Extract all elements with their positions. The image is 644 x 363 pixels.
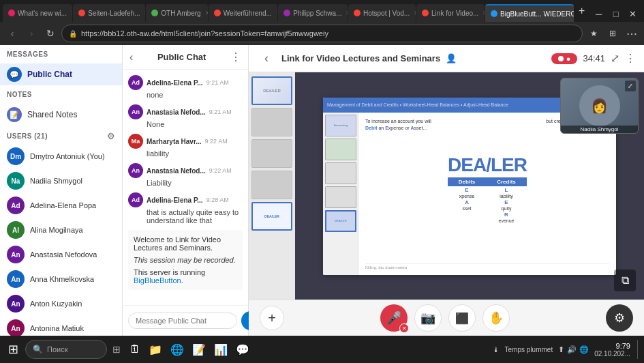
camera-button[interactable]: 📷	[414, 304, 442, 332]
user-name: Antonina Matiuk	[30, 324, 84, 332]
start-button[interactable]: ⊞	[3, 339, 24, 360]
tab-weiterfuhrend[interactable]: Weiterführend... ✕	[209, 4, 277, 22]
user-item-nadiia[interactable]: Na Nadiia Shmygol	[0, 169, 122, 193]
slide-thumb[interactable]: DEA/LER	[251, 76, 292, 105]
minimize-button[interactable]: ─	[590, 5, 607, 22]
reload-button[interactable]: ↻	[42, 25, 59, 42]
show-desktop-button[interactable]	[637, 340, 641, 359]
tab-link-video[interactable]: Link for Video... ✕	[416, 4, 485, 22]
taskbar-excel-icon[interactable]: 📊	[211, 340, 231, 359]
recording-badge: ●	[551, 53, 578, 64]
search-bar[interactable]: 🔍 Поиск	[25, 340, 107, 359]
recording-time: 34:41	[583, 53, 605, 63]
hand-button[interactable]: ✋	[482, 304, 510, 332]
users-title: USERS (21)	[7, 132, 48, 140]
taskbar-chat-icon[interactable]: 💬	[232, 340, 253, 359]
msg-author: Adelina-Elena P...	[147, 79, 203, 87]
close-tab-icon[interactable]: ✕	[276, 10, 278, 16]
browser-menu-button[interactable]: ⋯	[624, 25, 640, 42]
user-name: Anton Kuzyakin	[30, 300, 82, 308]
add-tab-button[interactable]: +	[574, 5, 589, 17]
msg-author: Marharyta Havr...	[147, 138, 202, 145]
tab-whats-new[interactable]: What's new wi... ✕	[3, 4, 72, 22]
sidebar-item-shared-notes[interactable]: 📝 Shared Notes	[0, 104, 122, 126]
close-tab-icon[interactable]: ✕	[482, 10, 485, 16]
close-button[interactable]: ✕	[625, 5, 641, 22]
bbb-link[interactable]: BigBlueButton	[134, 276, 181, 285]
forward-button[interactable]: ›	[23, 25, 40, 42]
msg-time: 9:22 AM	[209, 167, 232, 174]
taskbar-explorer-icon[interactable]: 📁	[145, 340, 166, 359]
screen-share-icon[interactable]: ⧉	[614, 270, 636, 291]
slide-thumb-active[interactable]: DEA/LER	[251, 202, 292, 231]
chat-more-button[interactable]: ⋮	[230, 50, 241, 63]
tab-oth[interactable]: OTH Amberg ✕	[146, 4, 208, 22]
avatar: An	[128, 104, 143, 119]
back-button[interactable]: ‹	[4, 25, 20, 42]
presentation-title: Link for Video Lectures and Seminars	[281, 53, 440, 63]
user-item-anton[interactable]: An Anton Kuzyakin	[0, 291, 122, 316]
extensions-button[interactable]: ⊞	[604, 25, 621, 42]
slide-thumb[interactable]	[251, 108, 292, 136]
users-gear-button[interactable]: ⚙	[107, 131, 115, 141]
chat-back-button[interactable]: ‹	[129, 51, 133, 63]
tab-bbb-active[interactable]: BigBlueButt... WIEDERGAB... ✕	[485, 4, 574, 22]
msg-text: liability	[128, 149, 243, 158]
tab-seiten[interactable]: Seiten-Ladefeh... ✕	[73, 4, 145, 22]
recording-dot	[558, 56, 564, 61]
user-item-dmytro[interactable]: Dm Dmytro Antoniuk (You)	[0, 144, 122, 169]
chat-input[interactable]	[128, 313, 237, 329]
taskbar-word-icon[interactable]: 📝	[189, 340, 209, 359]
slide-thumb[interactable]	[251, 171, 292, 199]
taskbar-date: 02.10.202...	[594, 350, 630, 358]
msg-author: Anastasia Nefod...	[147, 167, 206, 175]
users-count-icon: 👤	[446, 53, 457, 63]
msg-author: Adelina-Elena P...	[147, 197, 203, 204]
slide-thumb[interactable]	[251, 139, 292, 168]
more-options-button[interactable]: ⋮	[625, 52, 636, 65]
welcome-line-2: This session may be recorded.	[134, 256, 237, 264]
video-area: ‹ Link for Video Lectures and Seminars 👤…	[249, 45, 644, 336]
add-button[interactable]: +	[260, 306, 284, 330]
user-item-anna[interactable]: An Anna Khmelkovska	[0, 267, 122, 291]
user-item-alina[interactable]: Al Alina Mogilnaya	[0, 218, 122, 242]
welcome-line-1: Welcome to Link for Video Lectures and S…	[134, 235, 237, 252]
avatar: An	[7, 295, 25, 313]
user-item-antonina[interactable]: An Antonina Matiuk	[0, 316, 122, 336]
share-screen-button[interactable]: ⤢	[611, 52, 619, 65]
task-view-button[interactable]: ⊞	[108, 341, 125, 358]
chat-icon: 💬	[7, 67, 22, 82]
temperature-label: Temps plummet	[505, 346, 553, 353]
close-tab-icon[interactable]: ✕	[205, 10, 208, 16]
close-tab-icon[interactable]: ✕	[144, 10, 145, 16]
avatar: An	[7, 319, 25, 336]
user-item-adelina[interactable]: Ad Adelina-Elena Popa	[0, 193, 122, 218]
chat-header: ‹ Public Chat ⋮	[123, 45, 248, 70]
slide-content: To increase an account you will Debit an…	[358, 113, 616, 275]
chat-message: Ad Adelina-Elena P... 9:28 AM that is ac…	[128, 192, 243, 224]
taskbar-browser-icon[interactable]: 🌐	[167, 340, 187, 359]
sidebar-item-public-chat[interactable]: 💬 Public Chat	[0, 63, 122, 85]
close-tab-icon[interactable]: ✕	[414, 10, 416, 16]
settings-button[interactable]: ⚙	[606, 304, 633, 332]
taskbar-calendar-icon[interactable]: 🗓	[126, 340, 144, 358]
address-bar[interactable]: 🔒 https://bbb12.oth-aw.de/html5client/jo…	[61, 25, 583, 42]
close-tab-icon[interactable]: ✕	[71, 10, 72, 16]
maximize-button[interactable]: □	[608, 5, 624, 22]
share-button[interactable]: ⬛	[448, 304, 476, 332]
avatar: Ad	[7, 197, 25, 214]
profile-button[interactable]: ★	[585, 25, 602, 42]
back-to-lobby-button[interactable]: ‹	[257, 49, 276, 68]
notes-icon: 📝	[7, 107, 22, 122]
lock-icon: 🔒	[69, 30, 77, 38]
user-list: Dm Dmytro Antoniuk (You) Na Nadiia Shmyg…	[0, 144, 122, 336]
close-tab-icon[interactable]: ✕	[346, 10, 347, 16]
user-item-anastasia[interactable]: An Anastasia Nefodova	[0, 242, 122, 267]
tab-hotspot[interactable]: Hotspot | Vod... ✕	[348, 4, 416, 22]
welcome-line-3: This server is running BigBlueButton.	[134, 268, 237, 285]
user-name: Anastasia Nefodova	[30, 250, 97, 259]
expand-video-button[interactable]: ⤢	[625, 81, 636, 91]
tab-philipp[interactable]: Philipp Schwa... ✕	[278, 4, 348, 22]
user-name: Adelina-Elena Popa	[30, 201, 96, 209]
avatar: An	[7, 246, 25, 263]
